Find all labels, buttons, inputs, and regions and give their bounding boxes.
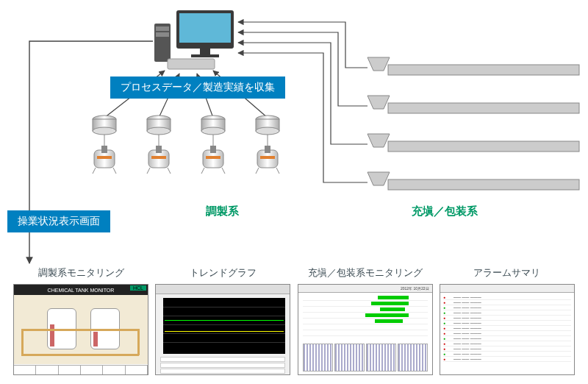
thumb-image: 2012年 10月22日: [298, 284, 433, 375]
svg-rect-44: [265, 146, 270, 153]
svg-rect-50: [388, 141, 579, 152]
svg-rect-17: [101, 146, 107, 153]
svg-rect-26: [156, 146, 162, 153]
svg-rect-35: [210, 146, 216, 153]
thumb-trend: トレンドグラフ: [155, 266, 290, 375]
svg-rect-18: [97, 156, 112, 159]
svg-rect-7: [168, 59, 215, 69]
thumb-title: アラームサマリ: [440, 266, 575, 280]
svg-line-46: [256, 168, 259, 174]
svg-line-29: [168, 168, 171, 174]
svg-rect-49: [388, 103, 579, 113]
svg-point-23: [147, 127, 171, 135]
svg-point-14: [93, 127, 116, 135]
thumb-title: 調製系モニタリング: [13, 266, 148, 280]
svg-line-28: [147, 168, 150, 174]
svg-rect-6: [156, 32, 169, 37]
fill-pack-label: 充塡／包装系: [412, 205, 478, 218]
thumb-title: 充塡／包装系モニタリング: [298, 266, 433, 280]
thumb-image: CHEMICAL TANK MONITOR HCL: [13, 284, 148, 375]
svg-line-47: [276, 168, 279, 174]
prep-system-label: 調製系: [206, 205, 239, 218]
svg-line-19: [93, 168, 96, 174]
thumb-monitoring: 調製系モニタリング CHEMICAL TANK MONITOR HCL: [13, 266, 148, 375]
svg-rect-36: [206, 156, 220, 159]
thumb-image: ●—— —— ——— ●—— —— ——— ●—— —— ——— ●—— —— …: [440, 284, 575, 375]
svg-rect-27: [151, 156, 166, 159]
svg-rect-1: [179, 13, 231, 43]
thumb-title: トレンドグラフ: [155, 266, 290, 280]
svg-rect-2: [200, 49, 210, 54]
svg-rect-48: [388, 65, 579, 75]
svg-rect-45: [260, 156, 275, 159]
thumb-alarm: アラームサマリ ●—— —— ——— ●—— —— ——— ●—— —— ———…: [440, 266, 575, 375]
operation-screen-label: 操業状況表示画面: [7, 210, 110, 232]
thumb-image: [155, 284, 290, 375]
svg-rect-3: [191, 54, 219, 57]
hopper-group: [368, 57, 579, 190]
svg-line-20: [113, 168, 116, 174]
process-data-label: プロセスデータ／製造実績を収集: [110, 77, 285, 99]
svg-line-38: [222, 168, 225, 174]
thumbnail-row: 調製系モニタリング CHEMICAL TANK MONITOR HCL トレンド…: [0, 266, 588, 375]
svg-rect-5: [156, 26, 169, 31]
thumb-fillpack: 充塡／包装系モニタリング 2012年 10月22日: [298, 266, 433, 375]
tank-group: [93, 115, 279, 174]
svg-rect-51: [388, 179, 579, 190]
svg-point-41: [256, 127, 279, 135]
svg-point-32: [201, 127, 225, 135]
workstation-icon: [154, 10, 234, 69]
svg-line-37: [201, 168, 204, 174]
